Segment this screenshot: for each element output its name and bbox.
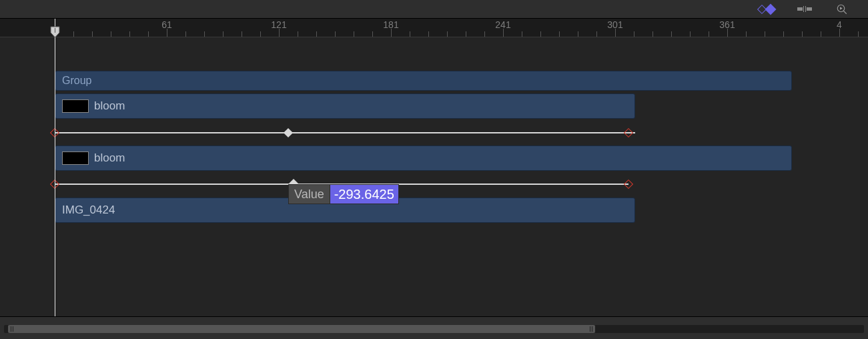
timeline-clip[interactable]: bloom: [55, 93, 635, 119]
playhead-marker-icon: [50, 26, 60, 38]
clip-label: bloom: [94, 99, 125, 113]
next-keyframe-icon: [765, 3, 777, 15]
snap-icon-tick: [803, 6, 804, 12]
ruler-label: 301: [607, 19, 622, 30]
value-label: Value: [288, 184, 330, 204]
ruler-tick-minor: [92, 31, 93, 37]
ruler-tick-minor: [634, 31, 634, 37]
timeline-ruler[interactable]: 611211812413013614: [0, 19, 868, 37]
keyframe-value-editor[interactable]: Value-293.6425: [288, 184, 399, 204]
ruler-label: 61: [161, 19, 172, 30]
clip-label: bloom: [94, 151, 125, 165]
ruler-tick-minor: [223, 31, 224, 37]
ruler-tick-minor: [242, 31, 242, 37]
ruler-tick-minor: [73, 31, 74, 37]
ruler-tick-minor: [690, 31, 691, 37]
ruler-label: 121: [271, 19, 286, 30]
ruler-label: 181: [383, 19, 398, 30]
ruler-tick-minor: [185, 31, 186, 37]
clip-thumbnail: [62, 99, 89, 113]
keyframe-endpoint-icon[interactable]: [624, 128, 633, 137]
ruler-tick-minor: [279, 31, 280, 37]
clip-label: Group: [62, 75, 91, 87]
ruler-tick-minor: [391, 31, 392, 37]
snapping-button[interactable]: [795, 3, 815, 15]
ruler-tick-minor: [466, 31, 466, 37]
group-clip[interactable]: Group: [55, 71, 792, 91]
ruler-tick-minor: [727, 31, 728, 37]
keyframe-navigator-button[interactable]: [753, 3, 780, 15]
ruler-tick-minor: [204, 31, 205, 37]
ruler-tick-minor: [410, 31, 410, 37]
caret-up-icon: [288, 179, 299, 184]
ruler-tick-minor: [522, 31, 522, 37]
ruler-label: 4: [837, 19, 842, 30]
ruler-tick-minor: [260, 31, 261, 37]
ruler-tick-minor: [559, 31, 560, 37]
timeline-clip[interactable]: bloom: [55, 145, 792, 171]
zoom-search-button[interactable]: [835, 2, 849, 17]
scrollbar-track[interactable]: [4, 325, 864, 333]
ruler-tick-minor: [148, 31, 149, 37]
ruler-tick-minor: [447, 31, 448, 37]
ruler-tick-minor: [167, 31, 167, 37]
ruler-tick-minor: [671, 31, 672, 37]
ruler-tick-minor: [802, 31, 803, 37]
keyframe-endpoint-icon[interactable]: [624, 180, 633, 189]
clip-thumbnail: [62, 151, 89, 165]
ruler-tick-minor: [335, 31, 336, 37]
ruler-tick-minor: [858, 31, 859, 37]
ruler-tick-minor: [821, 31, 821, 37]
timeline-tracks-area[interactable]: GroupbloombloomIMG_0424Value-293.6425: [0, 37, 868, 316]
clip-label: IMG_0424: [62, 204, 115, 217]
ruler-tick-minor: [129, 31, 130, 37]
magnifier-play-icon: [836, 3, 848, 15]
scrollbar-grip-left-icon: [11, 326, 13, 332]
ruler-tick-minor: [839, 31, 840, 37]
ruler-tick-minor: [596, 31, 597, 37]
ruler-label: 361: [719, 19, 735, 30]
timeline-toolbar: [0, 0, 868, 19]
ruler-tick-minor: [540, 31, 541, 37]
snap-icon-tick: [805, 6, 806, 12]
scrollbar-thumb[interactable]: [8, 325, 595, 333]
ruler-tick-minor: [783, 31, 784, 37]
keyframe-line[interactable]: [55, 132, 635, 133]
ruler-tick-minor: [653, 31, 653, 37]
ruler-tick-minor: [316, 31, 317, 37]
ruler-tick-minor: [615, 31, 616, 37]
ruler-tick-minor: [428, 31, 429, 37]
snap-icon-right: [807, 7, 812, 11]
ruler-label: 241: [495, 19, 510, 30]
ruler-tick-minor: [578, 31, 578, 37]
playhead[interactable]: [55, 19, 55, 316]
ruler-tick-minor: [765, 31, 765, 37]
ruler-tick-minor: [746, 31, 747, 37]
scrollbar-grip-right-icon: [590, 326, 592, 332]
horizontal-scrollbar: [0, 316, 868, 339]
ruler-tick-minor: [111, 31, 111, 37]
ruler-tick-minor: [372, 31, 373, 37]
svg-line-1: [843, 11, 847, 14]
snap-icon-left: [797, 7, 803, 11]
ruler-tick-minor: [503, 31, 504, 37]
keyframe-diamond-icon[interactable]: [284, 128, 293, 137]
ruler-tick-minor: [298, 31, 298, 37]
ruler-tick-minor: [484, 31, 485, 37]
ruler-tick-minor: [354, 31, 354, 37]
value-input[interactable]: -293.6425: [330, 184, 399, 204]
ruler-tick-minor: [709, 31, 709, 37]
